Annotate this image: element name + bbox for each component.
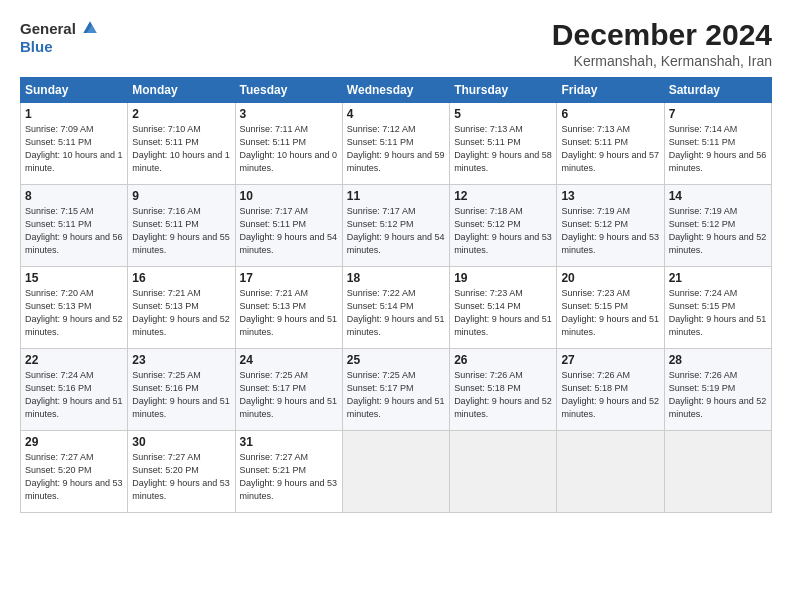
day-number: 17 — [240, 271, 338, 285]
col-tuesday: Tuesday — [235, 78, 342, 103]
calendar-cell: 8Sunrise: 7:15 AMSunset: 5:11 PMDaylight… — [21, 185, 128, 267]
day-info: Sunrise: 7:27 AMSunset: 5:20 PMDaylight:… — [132, 451, 230, 503]
day-info: Sunrise: 7:11 AMSunset: 5:11 PMDaylight:… — [240, 123, 338, 175]
day-number: 5 — [454, 107, 552, 121]
calendar-cell — [342, 431, 449, 513]
calendar-cell: 9Sunrise: 7:16 AMSunset: 5:11 PMDaylight… — [128, 185, 235, 267]
calendar-cell: 13Sunrise: 7:19 AMSunset: 5:12 PMDayligh… — [557, 185, 664, 267]
logo-blue-text: Blue — [20, 38, 53, 55]
day-info: Sunrise: 7:20 AMSunset: 5:13 PMDaylight:… — [25, 287, 123, 339]
calendar-cell: 3Sunrise: 7:11 AMSunset: 5:11 PMDaylight… — [235, 103, 342, 185]
day-info: Sunrise: 7:23 AMSunset: 5:14 PMDaylight:… — [454, 287, 552, 339]
calendar-week-3: 22Sunrise: 7:24 AMSunset: 5:16 PMDayligh… — [21, 349, 772, 431]
calendar-cell: 1Sunrise: 7:09 AMSunset: 5:11 PMDaylight… — [21, 103, 128, 185]
day-info: Sunrise: 7:25 AMSunset: 5:17 PMDaylight:… — [347, 369, 445, 421]
day-number: 24 — [240, 353, 338, 367]
header: General Blue December 2024 Kermanshah, K… — [20, 18, 772, 69]
calendar-cell: 14Sunrise: 7:19 AMSunset: 5:12 PMDayligh… — [664, 185, 771, 267]
day-info: Sunrise: 7:19 AMSunset: 5:12 PMDaylight:… — [669, 205, 767, 257]
day-number: 4 — [347, 107, 445, 121]
calendar-cell: 31Sunrise: 7:27 AMSunset: 5:21 PMDayligh… — [235, 431, 342, 513]
calendar-cell — [664, 431, 771, 513]
day-info: Sunrise: 7:12 AMSunset: 5:11 PMDaylight:… — [347, 123, 445, 175]
calendar-header-row: Sunday Monday Tuesday Wednesday Thursday… — [21, 78, 772, 103]
day-info: Sunrise: 7:13 AMSunset: 5:11 PMDaylight:… — [454, 123, 552, 175]
day-number: 27 — [561, 353, 659, 367]
day-number: 3 — [240, 107, 338, 121]
day-info: Sunrise: 7:22 AMSunset: 5:14 PMDaylight:… — [347, 287, 445, 339]
day-number: 11 — [347, 189, 445, 203]
day-number: 1 — [25, 107, 123, 121]
calendar-cell: 19Sunrise: 7:23 AMSunset: 5:14 PMDayligh… — [450, 267, 557, 349]
col-wednesday: Wednesday — [342, 78, 449, 103]
calendar-cell: 11Sunrise: 7:17 AMSunset: 5:12 PMDayligh… — [342, 185, 449, 267]
calendar-cell: 12Sunrise: 7:18 AMSunset: 5:12 PMDayligh… — [450, 185, 557, 267]
logo: General Blue — [20, 18, 100, 55]
day-info: Sunrise: 7:26 AMSunset: 5:19 PMDaylight:… — [669, 369, 767, 421]
day-number: 26 — [454, 353, 552, 367]
month-title: December 2024 — [552, 18, 772, 51]
calendar-cell: 29Sunrise: 7:27 AMSunset: 5:20 PMDayligh… — [21, 431, 128, 513]
col-thursday: Thursday — [450, 78, 557, 103]
col-friday: Friday — [557, 78, 664, 103]
calendar-cell: 20Sunrise: 7:23 AMSunset: 5:15 PMDayligh… — [557, 267, 664, 349]
calendar-cell: 30Sunrise: 7:27 AMSunset: 5:20 PMDayligh… — [128, 431, 235, 513]
title-block: December 2024 Kermanshah, Kermanshah, Ir… — [552, 18, 772, 69]
day-info: Sunrise: 7:25 AMSunset: 5:17 PMDaylight:… — [240, 369, 338, 421]
day-info: Sunrise: 7:26 AMSunset: 5:18 PMDaylight:… — [454, 369, 552, 421]
day-number: 8 — [25, 189, 123, 203]
day-number: 10 — [240, 189, 338, 203]
day-number: 16 — [132, 271, 230, 285]
calendar-cell: 26Sunrise: 7:26 AMSunset: 5:18 PMDayligh… — [450, 349, 557, 431]
calendar-cell: 10Sunrise: 7:17 AMSunset: 5:11 PMDayligh… — [235, 185, 342, 267]
logo-general-text: General — [20, 20, 76, 37]
day-info: Sunrise: 7:13 AMSunset: 5:11 PMDaylight:… — [561, 123, 659, 175]
calendar-cell: 24Sunrise: 7:25 AMSunset: 5:17 PMDayligh… — [235, 349, 342, 431]
day-info: Sunrise: 7:24 AMSunset: 5:16 PMDaylight:… — [25, 369, 123, 421]
day-info: Sunrise: 7:14 AMSunset: 5:11 PMDaylight:… — [669, 123, 767, 175]
calendar-week-0: 1Sunrise: 7:09 AMSunset: 5:11 PMDaylight… — [21, 103, 772, 185]
day-number: 25 — [347, 353, 445, 367]
day-number: 12 — [454, 189, 552, 203]
calendar-cell — [557, 431, 664, 513]
col-sunday: Sunday — [21, 78, 128, 103]
calendar-cell: 27Sunrise: 7:26 AMSunset: 5:18 PMDayligh… — [557, 349, 664, 431]
day-info: Sunrise: 7:18 AMSunset: 5:12 PMDaylight:… — [454, 205, 552, 257]
logo-icon — [80, 18, 100, 38]
day-info: Sunrise: 7:24 AMSunset: 5:15 PMDaylight:… — [669, 287, 767, 339]
day-info: Sunrise: 7:17 AMSunset: 5:11 PMDaylight:… — [240, 205, 338, 257]
calendar-week-2: 15Sunrise: 7:20 AMSunset: 5:13 PMDayligh… — [21, 267, 772, 349]
day-number: 2 — [132, 107, 230, 121]
day-number: 31 — [240, 435, 338, 449]
calendar-cell: 15Sunrise: 7:20 AMSunset: 5:13 PMDayligh… — [21, 267, 128, 349]
day-info: Sunrise: 7:27 AMSunset: 5:20 PMDaylight:… — [25, 451, 123, 503]
col-saturday: Saturday — [664, 78, 771, 103]
day-number: 22 — [25, 353, 123, 367]
calendar-week-4: 29Sunrise: 7:27 AMSunset: 5:20 PMDayligh… — [21, 431, 772, 513]
day-number: 14 — [669, 189, 767, 203]
day-info: Sunrise: 7:17 AMSunset: 5:12 PMDaylight:… — [347, 205, 445, 257]
day-number: 19 — [454, 271, 552, 285]
day-number: 29 — [25, 435, 123, 449]
day-info: Sunrise: 7:15 AMSunset: 5:11 PMDaylight:… — [25, 205, 123, 257]
day-number: 6 — [561, 107, 659, 121]
calendar-cell: 17Sunrise: 7:21 AMSunset: 5:13 PMDayligh… — [235, 267, 342, 349]
day-info: Sunrise: 7:25 AMSunset: 5:16 PMDaylight:… — [132, 369, 230, 421]
day-number: 15 — [25, 271, 123, 285]
calendar-cell: 21Sunrise: 7:24 AMSunset: 5:15 PMDayligh… — [664, 267, 771, 349]
location-title: Kermanshah, Kermanshah, Iran — [552, 53, 772, 69]
day-info: Sunrise: 7:27 AMSunset: 5:21 PMDaylight:… — [240, 451, 338, 503]
page: General Blue December 2024 Kermanshah, K… — [0, 0, 792, 612]
day-number: 13 — [561, 189, 659, 203]
day-number: 18 — [347, 271, 445, 285]
day-info: Sunrise: 7:19 AMSunset: 5:12 PMDaylight:… — [561, 205, 659, 257]
calendar-cell: 6Sunrise: 7:13 AMSunset: 5:11 PMDaylight… — [557, 103, 664, 185]
day-number: 9 — [132, 189, 230, 203]
calendar-week-1: 8Sunrise: 7:15 AMSunset: 5:11 PMDaylight… — [21, 185, 772, 267]
day-number: 7 — [669, 107, 767, 121]
calendar-cell: 2Sunrise: 7:10 AMSunset: 5:11 PMDaylight… — [128, 103, 235, 185]
calendar-cell: 18Sunrise: 7:22 AMSunset: 5:14 PMDayligh… — [342, 267, 449, 349]
calendar-cell: 25Sunrise: 7:25 AMSunset: 5:17 PMDayligh… — [342, 349, 449, 431]
calendar-cell: 23Sunrise: 7:25 AMSunset: 5:16 PMDayligh… — [128, 349, 235, 431]
day-number: 23 — [132, 353, 230, 367]
